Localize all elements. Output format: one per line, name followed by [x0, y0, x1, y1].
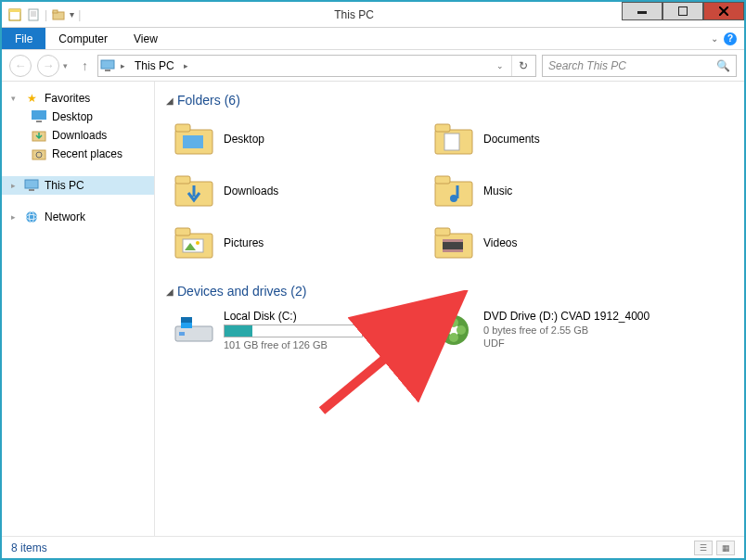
svg-rect-36: [175, 228, 190, 235]
item-label: Music: [483, 185, 686, 197]
search-box[interactable]: 🔍: [542, 55, 737, 77]
ribbon-expand-icon[interactable]: ⌄: [711, 33, 718, 44]
tiles-view-button[interactable]: ▦: [716, 541, 735, 555]
sidebar-item-label: Downloads: [52, 129, 107, 142]
drive-subtext-fs: UDF: [483, 337, 686, 349]
recent-icon: [32, 146, 46, 161]
sidebar-item-downloads[interactable]: Downloads: [2, 126, 154, 145]
ribbon-tab-file[interactable]: File: [2, 28, 45, 49]
svg-point-54: [457, 325, 466, 335]
address-bar[interactable]: ▸ This PC ▸ ⌄ ↻: [97, 55, 536, 77]
folder-icon: [174, 223, 214, 263]
downloads-icon: [32, 128, 46, 143]
item-label: Desktop: [224, 133, 426, 146]
group-count: (2): [290, 284, 306, 299]
content-pane: ◢ Folders (6) Desktop Documents Download…: [155, 82, 744, 536]
address-history-dropdown-icon[interactable]: ⌄: [493, 61, 508, 70]
sidebar-network[interactable]: ▸ Network: [2, 208, 154, 226]
svg-rect-9: [678, 6, 688, 16]
sidebar-item-desktop[interactable]: Desktop: [2, 108, 154, 126]
folder-documents[interactable]: Documents: [430, 113, 689, 165]
group-title: Devices and drives: [177, 284, 287, 299]
svg-point-34: [450, 195, 457, 202]
svg-rect-31: [175, 176, 190, 184]
nav-up-button[interactable]: ↑: [78, 58, 92, 73]
group-count: (6): [225, 93, 240, 108]
item-label: Documents: [483, 133, 686, 146]
breadcrumb-chevron-icon[interactable]: ▸: [119, 61, 127, 70]
search-input[interactable]: [548, 59, 716, 72]
svg-rect-14: [32, 110, 46, 120]
ribbon-tab-computer[interactable]: Computer: [45, 28, 121, 49]
folder-desktop[interactable]: Desktop: [170, 113, 430, 165]
system-menu-icon[interactable]: [7, 7, 22, 22]
dvd-drive-icon: [433, 310, 474, 350]
svg-rect-19: [25, 180, 38, 188]
group-header-folders[interactable]: ◢ Folders (6): [159, 89, 740, 111]
title-bar: | ▾ | This PC: [2, 2, 744, 28]
breadcrumb-this-pc[interactable]: This PC: [131, 59, 178, 72]
svg-rect-33: [435, 176, 450, 184]
window-controls: [622, 2, 744, 27]
chevron-right-icon: ▸: [11, 212, 19, 222]
sidebar-item-label: Favorites: [45, 92, 90, 105]
drive-dvd-d[interactable]: DVD Drive (D:) CVAD 1912_4000 0 bytes fr…: [430, 304, 689, 356]
refresh-button[interactable]: ↻: [511, 56, 534, 76]
capacity-bar: [224, 325, 363, 337]
close-button[interactable]: [703, 2, 744, 20]
item-label: Downloads: [224, 185, 426, 197]
folder-videos[interactable]: Videos: [430, 217, 689, 269]
sidebar-item-label: Desktop: [52, 110, 93, 123]
nav-forward-button[interactable]: →: [37, 55, 59, 77]
svg-point-53: [442, 325, 451, 335]
svg-rect-46: [179, 332, 185, 336]
chevron-down-icon: ◢: [166, 95, 174, 106]
search-icon[interactable]: 🔍: [716, 59, 730, 72]
nav-back-button[interactable]: ←: [9, 55, 32, 77]
breadcrumb-chevron-icon-2[interactable]: ▸: [182, 61, 190, 70]
drive-label: DVD Drive (D:) CVAD 1912_4000: [483, 310, 686, 323]
help-icon[interactable]: ?: [724, 32, 737, 45]
qat-dropdown-icon[interactable]: ▾: [70, 9, 74, 19]
folder-pictures[interactable]: Pictures: [170, 217, 430, 269]
svg-rect-15: [36, 121, 42, 122]
drive-subtext: 101 GB free of 126 GB: [224, 339, 426, 350]
folder-icon: [433, 171, 474, 211]
svg-rect-13: [105, 70, 110, 71]
this-pc-icon: [100, 58, 115, 73]
svg-rect-29: [444, 134, 459, 150]
star-icon: ★: [24, 91, 39, 106]
folder-downloads[interactable]: Downloads: [170, 165, 430, 217]
ribbon-tab-view[interactable]: View: [121, 28, 171, 49]
group-header-drives[interactable]: ◢ Devices and drives (2): [159, 280, 740, 302]
properties-icon[interactable]: [26, 7, 41, 22]
maximize-button[interactable]: [662, 2, 703, 20]
svg-rect-2: [29, 9, 38, 20]
svg-rect-48: [181, 317, 192, 323]
svg-rect-32: [435, 182, 472, 206]
computer-icon: [24, 178, 39, 193]
svg-rect-28: [435, 124, 450, 132]
minimize-button[interactable]: [622, 2, 662, 20]
drive-local-disk-c[interactable]: Local Disk (C:) 101 GB free of 126 GB: [170, 304, 430, 356]
explorer-window: | ▾ | This PC File Computer View ⌄ ? ← →…: [0, 0, 746, 560]
quick-access-toolbar: | ▾ |: [2, 2, 86, 27]
ribbon: File Computer View ⌄ ?: [2, 28, 744, 50]
qat-separator-2: |: [78, 8, 81, 21]
sidebar-favorites[interactable]: ▾ ★ Favorites: [2, 89, 154, 108]
body: ▾ ★ Favorites Desktop Downloads Recent p…: [2, 82, 744, 536]
drive-subtext-free: 0 bytes free of 2.55 GB: [483, 325, 686, 336]
item-label: Videos: [483, 236, 686, 249]
status-bar: 8 items ☰ ▦: [2, 536, 744, 558]
drive-label: Local Disk (C:): [224, 310, 426, 323]
svg-point-52: [449, 333, 458, 342]
folders-grid: Desktop Documents Downloads Music Pictur…: [159, 111, 740, 280]
sidebar-this-pc[interactable]: ▸ This PC: [2, 176, 154, 195]
new-folder-icon[interactable]: [51, 7, 66, 22]
chevron-right-icon: ▸: [11, 181, 19, 190]
sidebar-item-label: Network: [45, 210, 85, 223]
details-view-button[interactable]: ☰: [694, 541, 713, 555]
svg-rect-1: [9, 9, 20, 12]
sidebar-item-recent[interactable]: Recent places: [2, 145, 154, 163]
folder-music[interactable]: Music: [430, 165, 689, 217]
